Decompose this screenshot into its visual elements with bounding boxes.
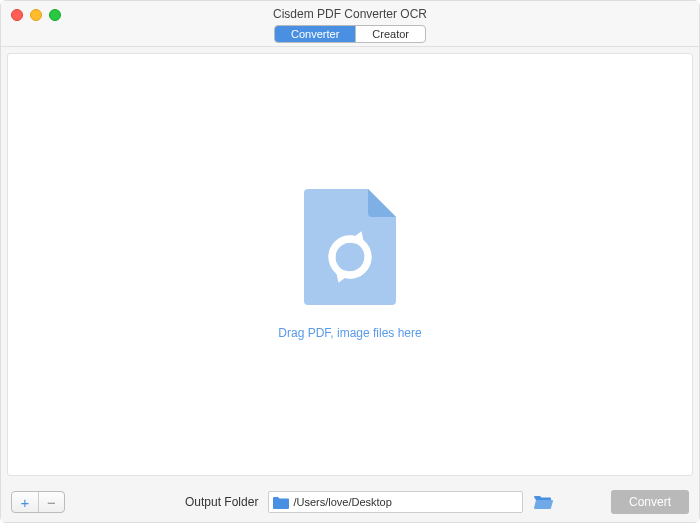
dropzone-hint: Drag PDF, image files here (278, 326, 421, 340)
traffic-lights (11, 9, 61, 21)
browse-folder-button[interactable] (533, 494, 553, 510)
minus-icon: − (47, 494, 56, 511)
document-refresh-icon (304, 189, 396, 308)
titlebar: Cisdem PDF Converter OCR Converter Creat… (1, 1, 699, 47)
tab-converter[interactable]: Converter (275, 26, 355, 42)
close-icon[interactable] (11, 9, 23, 21)
tab-creator[interactable]: Creator (355, 26, 425, 42)
remove-button[interactable]: − (38, 492, 64, 512)
plus-icon: + (21, 494, 30, 511)
folder-icon (273, 496, 289, 509)
dropzone[interactable]: Drag PDF, image files here (7, 53, 693, 476)
convert-button[interactable]: Convert (611, 490, 689, 514)
minimize-icon[interactable] (30, 9, 42, 21)
output-folder-label: Output Folder (185, 495, 258, 509)
app-window: Cisdem PDF Converter OCR Converter Creat… (0, 0, 700, 523)
add-remove-group: + − (11, 491, 65, 513)
mode-tabs: Converter Creator (274, 25, 426, 43)
footer: + − Output Folder /Users/love/Desktop Co… (1, 482, 699, 522)
output-path-field[interactable]: /Users/love/Desktop (268, 491, 523, 513)
add-button[interactable]: + (12, 492, 38, 512)
maximize-icon[interactable] (49, 9, 61, 21)
output-path-value: /Users/love/Desktop (293, 496, 518, 508)
window-title: Cisdem PDF Converter OCR (1, 1, 699, 21)
